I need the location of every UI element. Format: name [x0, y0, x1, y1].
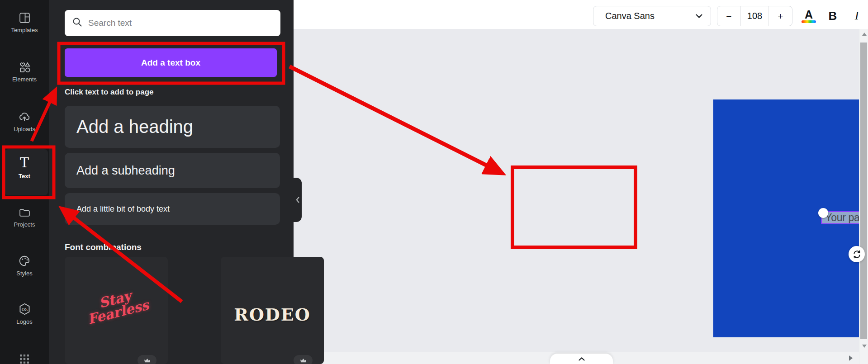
sidebar-item-logos[interactable]: co. Logos [0, 303, 49, 325]
rotate-handle[interactable] [849, 246, 865, 262]
sidebar-item-label: Uploads [0, 126, 49, 132]
crown-icon [300, 358, 307, 363]
font-combo-rodeo[interactable]: RODEO [221, 257, 324, 364]
elements-icon [0, 61, 49, 73]
bottom-panel-expand-tab[interactable] [550, 354, 613, 364]
palette-icon [0, 255, 49, 267]
crown-icon [144, 358, 151, 363]
templates-icon [0, 12, 49, 24]
scroll-right-arrow[interactable] [849, 355, 853, 361]
resize-handle-corner[interactable] [818, 208, 828, 218]
chevron-left-icon [296, 197, 299, 203]
add-text-box-button[interactable]: Add a text box [65, 48, 277, 77]
svg-text:co.: co. [21, 307, 28, 312]
sidebar-item-label: Projects [0, 221, 49, 228]
left-nav-sidebar: Templates Elements Uploads T Text [0, 0, 49, 364]
sidebar-item-label: Text [0, 173, 49, 180]
search-icon [72, 17, 83, 29]
sidebar-item-uploads[interactable]: Uploads [0, 110, 49, 132]
folder-icon [0, 206, 49, 218]
chevron-up-icon [579, 357, 585, 361]
sidebar-item-elements[interactable]: Elements [0, 61, 49, 83]
text-color-button[interactable]: A [799, 6, 819, 25]
upload-cloud-icon [0, 110, 49, 123]
sidebar-item-styles[interactable]: Styles [0, 255, 49, 277]
rotate-icon [853, 250, 861, 259]
editor-toolbar: Canva Sans − 108 + A B I [294, 0, 868, 29]
scroll-down-arrow[interactable] [862, 345, 867, 348]
sidebar-item-label: Elements [0, 76, 49, 83]
vertical-scrollbar-thumb[interactable] [860, 43, 867, 339]
search-box[interactable] [65, 10, 280, 36]
text-panel: Add a text box Click text to add to page… [49, 0, 294, 364]
panel-hint-label: Click text to add to page [65, 88, 153, 97]
add-heading-label: Add a heading [76, 117, 193, 137]
chevron-down-icon [696, 14, 702, 18]
sidebar-item-label: Logos [0, 318, 49, 325]
add-body-text-label: Add a little bit of body text [76, 204, 170, 214]
sidebar-item-label: Styles [0, 270, 49, 277]
rainbow-color-bar [802, 20, 816, 23]
text-icon: T [0, 156, 49, 170]
font-size-value[interactable]: 108 [741, 6, 768, 26]
panel-collapse-tab[interactable] [293, 178, 302, 222]
sidebar-item-label: Templates [0, 27, 49, 33]
sidebar-item-projects[interactable]: Projects [0, 206, 49, 228]
scroll-up-arrow[interactable] [862, 33, 867, 36]
font-combinations-title: Font combinations [65, 242, 142, 252]
logos-hexagon-icon: co. [0, 303, 49, 316]
sidebar-item-apps[interactable] [0, 353, 49, 364]
add-subheading-label: Add a subheading [76, 164, 175, 178]
sidebar-item-text[interactable]: T Text [0, 156, 49, 180]
font-size-stepper: − 108 + [717, 6, 792, 26]
sidebar-item-templates[interactable]: Templates [0, 12, 49, 33]
apps-grid-icon [0, 353, 49, 364]
font-combo-stay-fearless[interactable]: Stay Fearless [65, 257, 168, 364]
combo-rodeo-art: RODEO [221, 304, 324, 325]
add-body-text-card[interactable]: Add a little bit of body text [65, 193, 280, 225]
vertical-scrollbar[interactable] [859, 29, 868, 364]
combo-script-art: Stay Fearless [76, 284, 157, 327]
horizontal-scrollbar[interactable] [294, 352, 859, 364]
bold-button[interactable]: B [823, 6, 842, 25]
search-input[interactable] [88, 18, 269, 28]
add-heading-card[interactable]: Add a heading [65, 106, 280, 148]
add-subheading-card[interactable]: Add a subheading [65, 153, 280, 188]
font-size-decrease-button[interactable]: − [717, 6, 741, 26]
italic-button[interactable]: I [847, 6, 866, 25]
canvas-area: Your paragraph text + Add page [294, 29, 859, 364]
text-color-letter: A [805, 9, 813, 20]
pro-badge [138, 355, 157, 364]
pro-badge [294, 355, 313, 364]
font-family-value: Canva Sans [605, 11, 655, 21]
font-size-increase-button[interactable]: + [768, 6, 792, 26]
font-family-select[interactable]: Canva Sans [593, 6, 711, 26]
